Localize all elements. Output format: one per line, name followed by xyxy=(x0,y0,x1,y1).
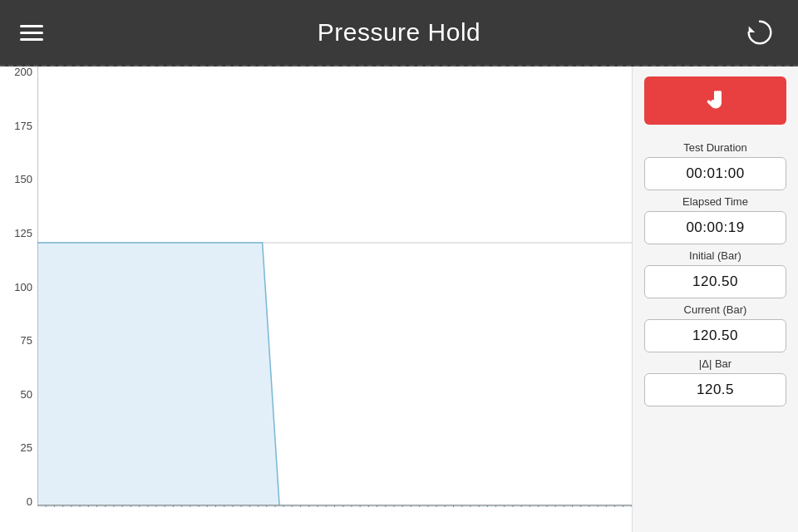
initial-bar-label: Initial (Bar) xyxy=(644,249,786,262)
chart-area: 200 175 150 125 100 75 50 25 0 xyxy=(0,66,632,532)
menu-button[interactable] xyxy=(20,25,43,41)
y-label-175: 175 xyxy=(14,121,32,131)
current-bar-label: Current (Bar) xyxy=(644,303,786,316)
y-label-25: 25 xyxy=(21,442,32,453)
y-label-75: 75 xyxy=(21,335,32,346)
main-content: 200 175 150 125 100 75 50 25 0 xyxy=(0,66,798,532)
delta-bar-label: |Δ| Bar xyxy=(644,357,786,370)
initial-bar-value: 120.50 xyxy=(644,265,786,298)
y-axis: 200 175 150 125 100 75 50 25 0 xyxy=(0,66,37,507)
test-duration-label: Test Duration xyxy=(644,141,786,154)
y-label-150: 150 xyxy=(14,174,32,185)
y-label-0: 0 xyxy=(27,496,32,507)
refresh-button[interactable] xyxy=(741,14,778,51)
pressure-chart xyxy=(37,66,632,507)
y-label-125: 125 xyxy=(14,228,32,239)
test-duration-value: 00:01:00 xyxy=(644,157,786,190)
y-label-50: 50 xyxy=(21,389,32,400)
hand-icon xyxy=(703,88,728,113)
chart-svg-wrapper xyxy=(37,66,632,507)
delta-bar-value: 120.5 xyxy=(644,373,786,406)
y-label-200: 200 xyxy=(14,66,32,77)
svg-marker-0 xyxy=(749,26,756,32)
app-header: Pressure Hold xyxy=(0,0,798,66)
current-bar-value: 120.50 xyxy=(644,319,786,352)
elapsed-time-value: 00:00:19 xyxy=(644,211,786,244)
elapsed-time-label: Elapsed Time xyxy=(644,195,786,208)
right-panel: Test Duration 00:01:00 Elapsed Time 00:0… xyxy=(632,66,798,532)
page-title: Pressure Hold xyxy=(318,18,481,47)
y-label-100: 100 xyxy=(14,282,32,293)
stop-button[interactable] xyxy=(644,76,786,125)
